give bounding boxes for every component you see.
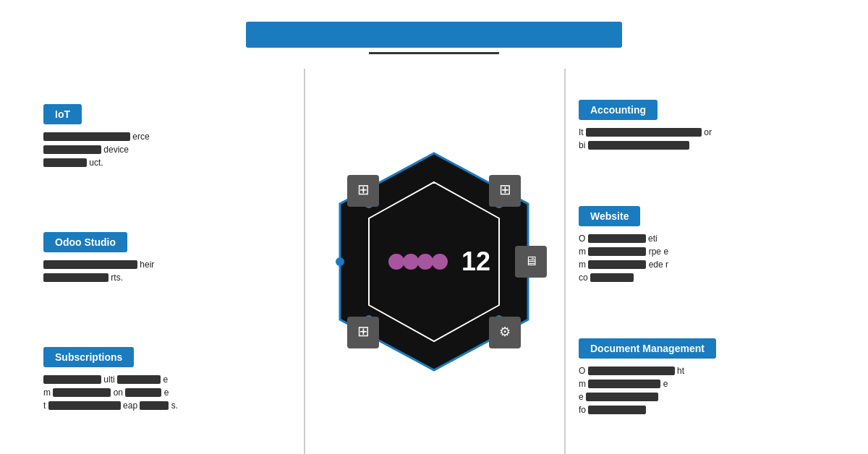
studio-text-1: heir	[140, 260, 154, 270]
accounting-text: It or bi	[579, 126, 825, 152]
odoo-studio-label: Odoo Studio	[43, 232, 127, 252]
hex-svg: ⊞ ⊞ 🖥 ⊞ ⚙	[318, 139, 550, 385]
divider-right	[564, 69, 566, 454]
redacted-text	[588, 367, 675, 375]
redacted-text	[588, 380, 660, 388]
acc-text-0: It	[579, 127, 586, 137]
redacted-text	[43, 158, 87, 167]
sub-text-2: e	[163, 374, 168, 385]
redacted-text	[586, 128, 702, 137]
doc-text-1: ht	[677, 366, 684, 376]
web-text-0: O	[579, 234, 585, 244]
redacted-text	[588, 406, 646, 414]
iot-text-2: device	[103, 145, 129, 155]
web-text-6: ede	[649, 260, 663, 270]
svg-text:12: 12	[461, 247, 490, 276]
redacted-text	[140, 401, 169, 410]
document-management-text: O ht m e e fo	[579, 364, 825, 416]
redacted-text	[125, 388, 161, 397]
iot-text-3: uct.	[89, 158, 103, 168]
svg-text:🖥: 🖥	[524, 254, 537, 268]
svg-point-20	[403, 254, 419, 270]
web-text-1: eti	[648, 234, 658, 244]
svg-text:⚙: ⚙	[499, 325, 511, 339]
acc-text-1: or	[704, 127, 712, 137]
accounting-feature: Accounting It or bi	[579, 100, 854, 152]
accounting-label: Accounting	[579, 100, 658, 120]
acc-text-2: bi	[579, 140, 585, 150]
web-text-3: rpe	[649, 247, 661, 257]
subscriptions-feature: Subscriptions ulti e m on e t eap s.	[43, 347, 289, 412]
document-management-feature: Document Management O ht m e e fo	[579, 338, 854, 416]
redacted-text	[586, 393, 658, 401]
iot-text-1: erce	[132, 132, 149, 142]
document-management-label: Document Management	[579, 338, 716, 359]
sub-text-7: eap	[123, 401, 137, 411]
redacted-text	[588, 141, 689, 150]
subscriptions-label: Subscriptions	[43, 347, 134, 367]
redacted-text	[53, 388, 111, 397]
doc-text-5: fo	[579, 405, 586, 415]
website-label: Website	[579, 206, 640, 226]
svg-point-19	[388, 254, 404, 270]
svg-point-3	[336, 257, 344, 266]
web-text-4: e	[663, 247, 668, 257]
redacted-text	[117, 375, 161, 384]
subscriptions-text: ulti e m on e t eap s.	[43, 373, 289, 412]
web-text-2: m	[579, 247, 586, 257]
sub-text-6: t	[43, 401, 46, 411]
studio-text-2: rts.	[111, 273, 123, 283]
hex-diagram: ⊞ ⊞ 🖥 ⊞ ⚙	[318, 139, 550, 385]
svg-text:⊞: ⊞	[357, 181, 370, 197]
web-text-7: r	[665, 260, 668, 270]
page-wrapper: IoT erce device uct. Odoo Studio heir	[0, 0, 868, 454]
svg-point-22	[432, 254, 448, 270]
redacted-text	[48, 401, 121, 410]
sub-text-3: m	[43, 387, 51, 398]
odoo-studio-text: heir rts.	[43, 258, 289, 284]
redacted-text	[43, 375, 101, 384]
title-underline	[369, 52, 499, 54]
main-content: IoT erce device uct. Odoo Studio heir	[0, 69, 868, 454]
iot-feature: IoT erce device uct.	[43, 104, 289, 169]
website-text: O eti m rpe e m ede r co	[579, 232, 825, 284]
svg-text:⊞: ⊞	[499, 181, 511, 197]
website-feature: Website O eti m rpe e m ede r co	[579, 206, 854, 284]
doc-text-3: e	[663, 379, 668, 389]
right-panel: Accounting It or bi Website O eti m	[564, 69, 868, 454]
sub-text-4: on	[114, 387, 123, 398]
sub-text-8: s.	[171, 401, 178, 411]
odoo-studio-feature: Odoo Studio heir rts.	[43, 232, 289, 284]
redacted-text	[43, 273, 109, 282]
redacted-text	[43, 132, 130, 141]
title-section	[246, 22, 622, 54]
web-text-5: m	[579, 260, 586, 270]
iot-text: erce device uct.	[43, 130, 289, 169]
title-bar	[246, 22, 622, 48]
redacted-text	[43, 260, 137, 269]
center-panel: ⊞ ⊞ 🖥 ⊞ ⚙	[304, 69, 564, 454]
sub-text-1: ulti	[103, 374, 114, 385]
redacted-text	[43, 145, 101, 154]
iot-label: IoT	[43, 104, 82, 124]
left-panel: IoT erce device uct. Odoo Studio heir	[0, 69, 304, 454]
doc-text-4: e	[579, 392, 584, 402]
doc-text-2: m	[579, 379, 586, 389]
sub-text-5: e	[164, 387, 169, 398]
redacted-text	[590, 273, 634, 282]
svg-text:⊞: ⊞	[357, 323, 370, 339]
redacted-text	[588, 260, 646, 269]
doc-text-0: O	[579, 366, 585, 376]
redacted-text	[588, 234, 646, 243]
svg-point-21	[417, 254, 433, 270]
web-text-8: co	[579, 273, 588, 283]
redacted-text	[588, 247, 646, 256]
